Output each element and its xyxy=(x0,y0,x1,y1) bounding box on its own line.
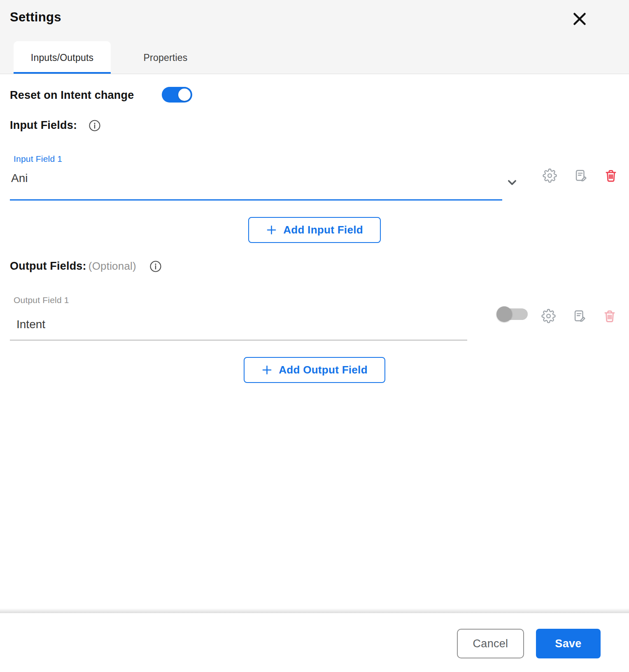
reset-row: Reset on Intent change xyxy=(10,87,134,103)
output-edit-note-button[interactable] xyxy=(571,308,587,324)
reset-label: Reset on Intent change xyxy=(10,89,134,102)
dialog-header: Settings Inputs/Outputs Properties xyxy=(0,0,629,74)
tab-properties[interactable]: Properties xyxy=(115,41,216,74)
add-output-field-button[interactable]: Add Output Field xyxy=(244,357,385,383)
tab-label: Inputs/Outputs xyxy=(31,52,93,63)
input-delete-button[interactable] xyxy=(603,168,619,183)
input-fields-heading: Input Fields: xyxy=(10,119,101,132)
add-input-field-button[interactable]: Add Input Field xyxy=(248,217,381,243)
input-field-underline xyxy=(10,199,502,201)
output-enabled-toggle[interactable] xyxy=(496,306,528,322)
close-icon xyxy=(571,10,589,28)
output-field-label: Output Field 1 xyxy=(14,295,69,305)
output-settings-button[interactable] xyxy=(540,308,556,324)
output-delete-button[interactable] xyxy=(602,308,617,324)
input-fields-label: Input Fields: xyxy=(10,119,77,132)
plus-icon xyxy=(261,364,273,376)
dropdown-button[interactable] xyxy=(504,175,520,190)
input-field-label: Input Field 1 xyxy=(14,154,62,164)
toggle-knob xyxy=(496,306,512,322)
settings-dialog: Settings Inputs/Outputs Properties Reset… xyxy=(0,0,629,672)
output-fields-heading: Output Fields: (Optional) xyxy=(10,260,162,273)
note-edit-icon xyxy=(573,168,587,182)
header-divider xyxy=(0,74,629,74)
add-input-field-label: Add Input Field xyxy=(283,224,363,236)
input-settings-button[interactable] xyxy=(542,168,557,183)
info-icon[interactable] xyxy=(89,119,101,132)
save-button[interactable]: Save xyxy=(536,629,601,658)
reset-on-intent-toggle[interactable] xyxy=(162,87,192,103)
info-icon[interactable] xyxy=(149,260,162,273)
page-title: Settings xyxy=(10,10,61,25)
toggle-knob xyxy=(178,89,191,101)
close-button[interactable] xyxy=(569,8,590,30)
plus-icon xyxy=(266,224,277,236)
output-fields-label: Output Fields: xyxy=(10,260,86,273)
gear-icon xyxy=(541,309,556,323)
trash-icon xyxy=(604,168,618,182)
output-field-underline xyxy=(10,340,467,341)
tab-inputs-outputs[interactable]: Inputs/Outputs xyxy=(14,41,111,74)
note-edit-icon xyxy=(572,309,586,323)
add-output-field-label: Add Output Field xyxy=(279,364,368,376)
cancel-button[interactable]: Cancel xyxy=(457,629,524,658)
input-field-value[interactable]: Ani xyxy=(11,172,28,185)
tab-label: Properties xyxy=(144,52,188,63)
output-field-value[interactable]: Intent xyxy=(16,318,45,331)
optional-label: (Optional) xyxy=(89,260,136,273)
trash-icon xyxy=(603,309,617,323)
input-edit-note-button[interactable] xyxy=(573,168,588,183)
footer-divider xyxy=(0,608,629,613)
gear-icon xyxy=(543,168,557,183)
chevron-down-icon xyxy=(506,176,518,189)
